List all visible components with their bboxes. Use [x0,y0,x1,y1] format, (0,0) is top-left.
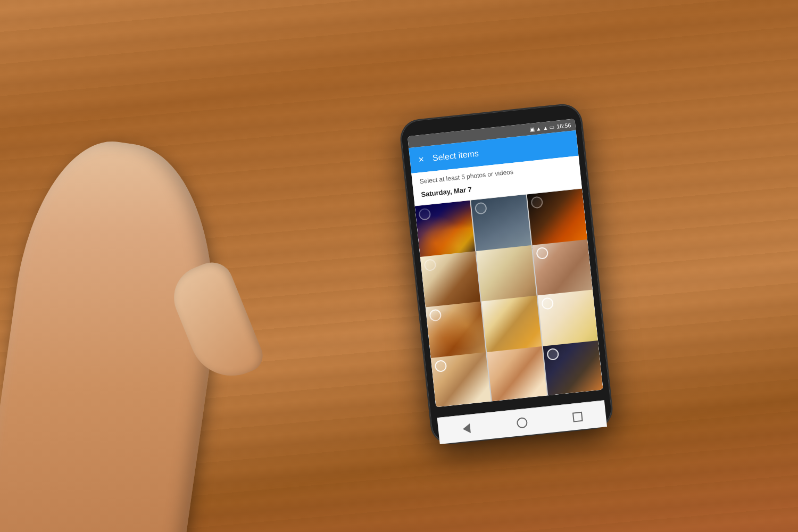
signal-icon: ▲ [543,124,548,131]
select-circle-3[interactable] [530,196,543,209]
photo-cell-11[interactable] [487,346,547,407]
select-circle-1[interactable] [418,208,431,221]
battery-icon: ▭ [550,124,555,130]
select-circle-10[interactable] [434,360,447,372]
content-area: Select at least 5 photos or videos Satur… [411,156,603,408]
back-button[interactable] [458,420,475,437]
select-circle-7[interactable] [429,309,442,322]
status-time: 16:56 [556,122,571,130]
home-button[interactable] [513,414,531,431]
select-circle-12[interactable] [546,347,559,360]
recents-button[interactable] [569,408,587,426]
phone-device: ▣ ▲ ▲ ▭ 16:56 × Select items [400,103,613,445]
select-circle-9[interactable] [541,297,554,310]
vibrate-icon: ▣ [529,126,535,132]
select-circle-2[interactable] [475,202,487,215]
select-circle-4[interactable] [423,259,436,271]
close-button[interactable]: × [418,154,425,164]
photo-cell-10[interactable] [431,352,492,408]
photo-cell-12[interactable] [543,340,603,401]
status-icons: ▣ ▲ ▲ ▭ [529,124,555,132]
select-circle-6[interactable] [536,246,548,259]
photo-grid [415,189,603,408]
nav-bar [437,400,607,444]
phone-screen: ▣ ▲ ▲ ▭ 16:56 × Select items [408,119,603,407]
wifi-icon: ▲ [536,125,542,131]
